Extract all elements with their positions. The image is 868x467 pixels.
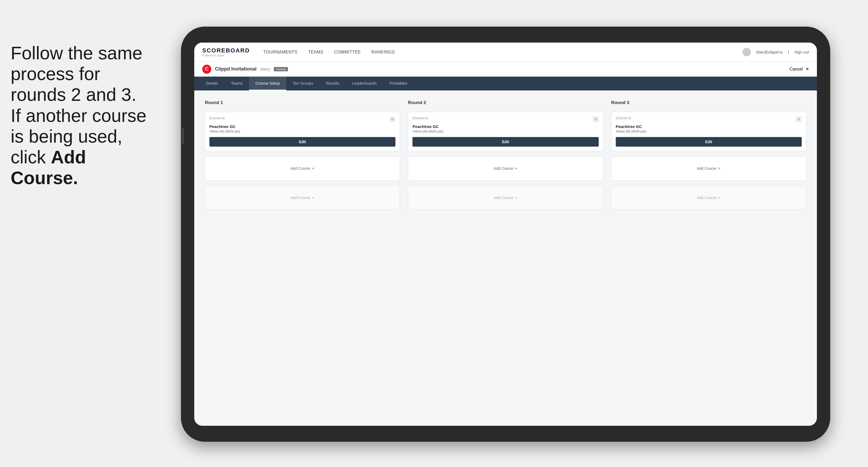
course-details-round3: Yellow (M) (6629 yds) <box>616 130 802 133</box>
add-course-card-round3-slot1[interactable]: Add Course + <box>611 156 806 180</box>
men-label: (Men) <box>260 67 270 71</box>
tab-printables[interactable]: Printables <box>383 76 414 91</box>
round-3-column: Round 3 (Course A) ⊙ Peachtree GC Yellow… <box>611 100 806 210</box>
tournament-info: C Clippd Invitational (Men) Hosting <box>202 65 288 74</box>
edit-button-round1[interactable]: Edit <box>209 137 395 147</box>
tab-details[interactable]: Details <box>199 76 225 91</box>
tablet-frame: SCOREBOARD Powered by clippd TOURNAMENTS… <box>181 27 830 442</box>
nav-left: SCOREBOARD Powered by clippd TOURNAMENTS… <box>202 47 395 57</box>
plus-icon-round1-slot1: + <box>312 166 314 171</box>
course-label-round2: (Course A) <box>412 116 428 120</box>
add-course-label-round1-slot2: Add Course + <box>290 195 314 200</box>
instruction-line2: process for <box>11 64 100 84</box>
tab-results[interactable]: Results <box>319 76 346 91</box>
nav-rankings[interactable]: RANKINGS <box>371 50 395 55</box>
instruction-line6: click <box>11 147 51 167</box>
course-card-round2: (Course A) ⊙ Peachtree GC Yellow (M) (66… <box>408 112 603 151</box>
instruction-line1: Follow the same <box>11 43 142 63</box>
course-name-round1: Peachtree GC <box>209 124 395 129</box>
plus-icon-round1-slot2: + <box>312 195 314 200</box>
separator: | <box>788 50 789 54</box>
add-course-label-round2-slot1: Add Course + <box>494 166 517 171</box>
nav-tournaments[interactable]: TOURNAMENTS <box>263 50 298 55</box>
tab-tee-groups[interactable]: Tee Groups <box>286 76 320 91</box>
tablet-screen: SCOREBOARD Powered by clippd TOURNAMENTS… <box>194 42 817 426</box>
rounds-grid: Round 1 (Course A) ⊙ Peachtree GC Yellow… <box>205 100 806 210</box>
sub-header: C Clippd Invitational (Men) Hosting Canc… <box>194 62 817 76</box>
add-course-card-round3-slot2: Add Course + <box>611 186 806 210</box>
round-1-label: Round 1 <box>205 100 400 105</box>
cancel-icon: ✕ <box>805 67 809 71</box>
tournament-name: Clippd Invitational <box>215 66 256 72</box>
add-course-card-round2-slot1[interactable]: Add Course + <box>408 156 603 180</box>
nav-teams[interactable]: TEAMS <box>308 50 323 55</box>
instruction-line3: rounds 2 and 3. <box>11 84 136 104</box>
plus-icon-round2-slot2: + <box>515 195 517 200</box>
cancel-label: Cancel <box>789 67 803 71</box>
instruction-line4: If another course <box>11 105 146 126</box>
user-email: blair@clippd.io <box>756 50 783 54</box>
add-course-card-round2-slot2: Add Course + <box>408 186 603 210</box>
logo-title: SCOREBOARD <box>202 47 250 54</box>
plus-icon-round3-slot1: + <box>718 166 721 171</box>
course-card-header-round2: (Course A) ⊙ <box>412 116 598 122</box>
add-course-card-round1-slot2: Add Course + <box>205 186 400 210</box>
cancel-button[interactable]: Cancel ✕ <box>789 66 809 71</box>
user-avatar <box>742 48 751 56</box>
course-details-round1: Yellow (M) (6629 yds) <box>209 130 395 133</box>
instruction-line5: is being used, <box>11 126 122 146</box>
course-label-round3: (Course A) <box>616 116 631 120</box>
round-3-label: Round 3 <box>611 100 806 105</box>
sign-out-link[interactable]: Sign out <box>794 50 809 54</box>
add-course-label-round3-slot1: Add Course + <box>697 166 721 171</box>
edit-button-round3[interactable]: Edit <box>616 137 802 147</box>
course-card-round1: (Course A) ⊙ Peachtree GC Yellow (M) (66… <box>205 112 400 151</box>
round-2-label: Round 2 <box>408 100 603 105</box>
add-course-label-round3-slot2: Add Course + <box>697 195 721 200</box>
nav-committee[interactable]: COMMITTEE <box>334 50 361 55</box>
course-card-round3: (Course A) ⊙ Peachtree GC Yellow (M) (66… <box>611 112 806 151</box>
round-1-column: Round 1 (Course A) ⊙ Peachtree GC Yellow… <box>205 100 400 210</box>
instruction-panel: Follow the same process for rounds 2 and… <box>0 42 168 188</box>
round-2-column: Round 2 (Course A) ⊙ Peachtree GC Yellow… <box>408 100 603 210</box>
top-nav: SCOREBOARD Powered by clippd TOURNAMENTS… <box>194 42 817 62</box>
clippd-icon: C <box>202 65 211 74</box>
course-card-header-round3: (Course A) ⊙ <box>616 116 802 122</box>
add-course-label-round2-slot2: Add Course + <box>494 195 517 200</box>
tab-teams[interactable]: Teams <box>225 76 249 91</box>
course-name-round3: Peachtree GC <box>616 124 802 129</box>
nav-menu: TOURNAMENTS TEAMS COMMITTEE RANKINGS <box>263 50 395 55</box>
scoreboard-logo: SCOREBOARD Powered by clippd <box>202 47 250 57</box>
course-delete-round2[interactable]: ⊙ <box>593 116 599 122</box>
course-delete-round3[interactable]: ⊙ <box>796 116 802 122</box>
main-content: Round 1 (Course A) ⊙ Peachtree GC Yellow… <box>194 91 817 426</box>
course-delete-round1[interactable]: ⊙ <box>390 116 395 122</box>
course-label-round1: (Course A) <box>209 116 225 120</box>
edit-button-round2[interactable]: Edit <box>412 137 598 147</box>
course-card-header-round1: (Course A) ⊙ <box>209 116 395 122</box>
add-course-label-round1-slot1: Add Course + <box>290 166 314 171</box>
nav-right: blair@clippd.io | Sign out <box>742 48 809 56</box>
tab-course-setup[interactable]: Course Setup <box>249 76 286 91</box>
tab-bar: Details Teams Course Setup Tee Groups Re… <box>194 76 817 91</box>
logo-sub: Powered by clippd <box>202 54 250 57</box>
course-details-round2: Yellow (M) (6629 yds) <box>412 130 598 133</box>
course-name-round2: Peachtree GC <box>412 124 598 129</box>
add-course-card-round1-slot1[interactable]: Add Course + <box>205 156 400 180</box>
hosting-badge: Hosting <box>274 67 288 71</box>
tab-leaderboards[interactable]: Leaderboards <box>346 76 383 91</box>
plus-icon-round2-slot1: + <box>515 166 517 171</box>
plus-icon-round3-slot2: + <box>718 195 721 200</box>
